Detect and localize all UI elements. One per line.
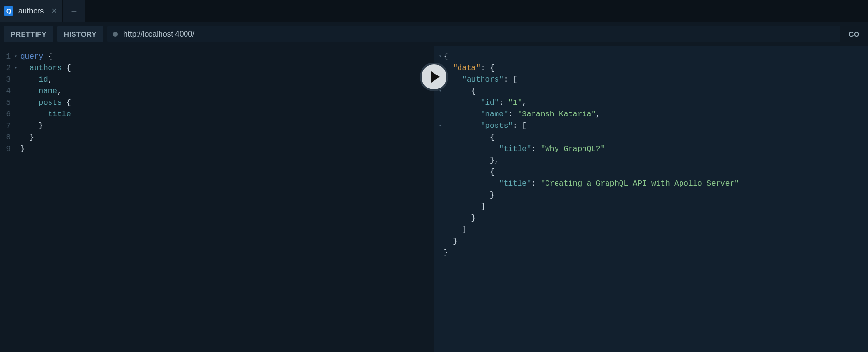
- tab-bar: Q authors × +: [0, 0, 868, 22]
- line-gutter: 1 2 3 4 5 6 7 8 9: [0, 51, 14, 155]
- copy-curl-button[interactable]: CO: [844, 26, 865, 42]
- endpoint-field[interactable]: [107, 26, 840, 42]
- tab-type-icon: Q: [4, 6, 13, 16]
- play-icon: [431, 71, 440, 83]
- new-tab-button[interactable]: +: [63, 0, 85, 22]
- prettify-button[interactable]: PRETTIFY: [4, 26, 53, 42]
- query-code[interactable]: query { authors { id, name, posts { titl…: [20, 51, 71, 155]
- tab-label: authors: [18, 7, 44, 15]
- fold-gutter[interactable]: ▾ ▾: [14, 51, 20, 155]
- query-editor-pane[interactable]: 1 2 3 4 5 6 7 8 9 ▾ ▾: [0, 46, 434, 352]
- status-dot-icon: [113, 32, 118, 37]
- execute-button[interactable]: [420, 63, 448, 91]
- close-icon[interactable]: ×: [49, 6, 57, 16]
- editor-panes: 1 2 3 4 5 6 7 8 9 ▾ ▾: [0, 46, 868, 352]
- graphql-playground: Q authors × + PRETTIFY HISTORY CO 1 2 3 …: [0, 0, 868, 352]
- response-pane: ▾ ▾ ▾ ▾ ▾: [434, 46, 868, 352]
- toolbar: PRETTIFY HISTORY CO: [0, 22, 868, 46]
- endpoint-input[interactable]: [124, 30, 834, 38]
- response-code: { "data": { "authors": [ { "id": "1", "n…: [444, 51, 739, 259]
- query-editor[interactable]: 1 2 3 4 5 6 7 8 9 ▾ ▾: [0, 46, 434, 164]
- response-viewer[interactable]: ▾ ▾ ▾ ▾ ▾: [434, 46, 868, 268]
- history-button[interactable]: HISTORY: [57, 26, 103, 42]
- tab-authors[interactable]: Q authors ×: [0, 0, 63, 22]
